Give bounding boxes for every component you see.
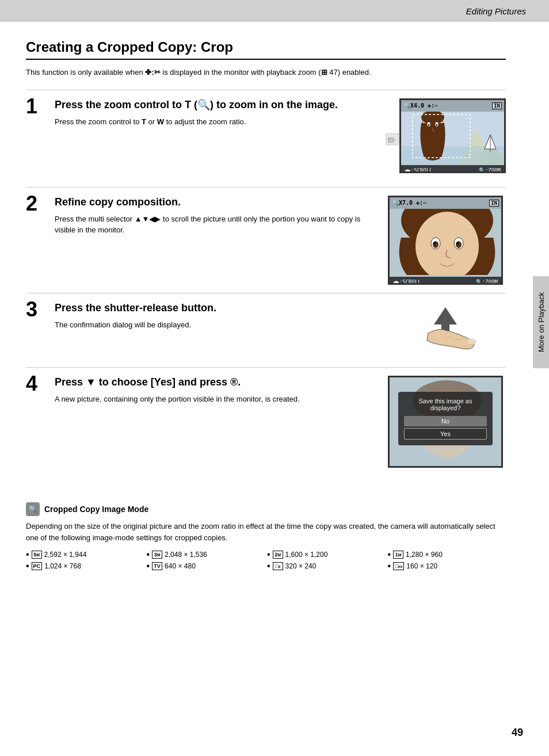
step-2-heading: Refine copy composition. [55,196,379,209]
side-tab: More on Playback [533,276,549,368]
bullet-1: • 5M 2,592 × 1,944 [26,550,144,559]
info-box-title: Cropped Copy Image Mode [44,505,148,514]
bullet-4: • 1M 1,280 × 960 [388,550,506,559]
step-2-content: Refine copy composition. Press the multi… [55,196,385,236]
dialog-yes-btn[interactable]: Yes [404,428,487,440]
svg-point-28 [456,241,462,248]
step-1-content: Press the zoom con­trol to T (🔍) to zoom… [55,98,385,128]
svg-point-20 [436,124,438,126]
lcd-screen-1: 🔍X4.0 ✤:✂ IN [399,98,506,173]
bullet-grid: • 5M 2,592 × 1,944 • 3M 2,048 × 1,536 • … [26,550,506,571]
intro-text: This function is only available when ✤:✂… [26,67,506,78]
svg-point-33 [467,339,476,345]
lcd-bottom-bar-2: ◀▶:SCROLL 🔍:ZOOM [390,277,501,285]
lcd-screen-2: 🔍X7.0 ✤:✂ IN [388,196,503,285]
bullet-5: • PC 1,024 × 768 [26,562,144,571]
side-tab-label: More on Playback [537,292,546,352]
step-3-content: Press the shutter-release button. The co… [55,301,385,331]
info-box-body: Depending on the size of the original pi… [26,521,506,545]
info-box: 🔍 Cropped Copy Image Mode Depending on t… [26,493,506,571]
step-4-heading: Press ▼ to choose [Yes] and press ®. [55,376,379,389]
bullet-7: • □s 320 × 240 [267,562,386,571]
info-icon: 🔍 [26,502,40,516]
step-1-heading: Press the zoom con­trol to T (🔍) to zoom… [55,98,379,112]
step-2-image: 🔍X7.0 ✤:✂ IN [385,196,506,285]
step-4: 4 Press ▼ to choose [Yes] and press ®. A… [26,367,506,476]
save-dialog: Save this image as displayed? No Yes [398,392,493,445]
page-title: Creating a Cropped Copy: Crop [26,39,506,60]
step-2: 2 Refine copy composition. Press the mul… [26,187,506,293]
lcd-bottom-bar-1: ◀▶:SCROLL 🔍:ZOOM [401,165,504,173]
svg-point-27 [433,241,439,248]
bullet-8: • □xs 160 × 120 [388,562,506,571]
svg-point-30 [456,242,459,245]
svg-point-29 [433,242,436,245]
dialog-no-btn[interactable]: No [404,416,487,426]
lcd-content-svg-2 [390,209,503,275]
step-4-content: Press ▼ to choose [Yes] and press ®. A n… [55,376,385,405]
steps-container: 1 Press the zoom con­trol to T (🔍) to zo… [26,90,506,476]
svg-marker-31 [434,307,457,324]
header-bar: Editing Pictures [0,0,549,22]
header-title: Editing Pictures [466,6,526,16]
lcd-top-bar-2: 🔍X7.0 ✤:✂ IN [390,197,501,209]
dialog-text: Save this image as displayed? [404,398,487,411]
lcd-top-bar-1: 🔍X4.0 ✤:✂ IN [401,100,504,112]
step-4-image: ✂ IN Save this image as displayed? [385,376,506,468]
step-3-heading: Press the shutter-release button. [55,301,379,315]
bullet-6: • TV 640 × 480 [147,562,265,571]
step-3-body: The confirmation dialog will be displaye… [55,319,379,331]
step-1-body: Press the zoom control to T or W to adju… [55,116,379,128]
page-number: 49 [512,727,523,739]
lcd-screen-4: ✂ IN Save this image as displayed? [388,376,503,468]
bullet-2: • 3M 2,048 × 1,536 [147,550,265,559]
step-1: 1 Press the zoom con­trol to T (🔍) to zo… [26,90,506,187]
step-4-body: A new picture, containing only the porti… [55,394,379,405]
step-4-number: 4 [26,373,55,394]
step-3: 3 Press the shutter-release button. The … [26,293,506,367]
step-1-number: 1 [26,96,55,117]
bullet-3: • 2M 1,600 × 1,200 [267,550,386,559]
shutter-svg [388,301,503,359]
step-2-body: Press the multi selector ▲▼◀▶ to scroll … [55,213,379,236]
step-1-image: T 🔍X4.0 ✤:✂ IN [385,98,506,179]
info-box-title-row: 🔍 Cropped Copy Image Mode [26,502,506,516]
step-3-image [385,301,506,359]
lcd-content-svg-1 [401,112,506,163]
svg-point-19 [428,124,430,126]
step-2-number: 2 [26,193,55,214]
svg-rect-7 [388,138,390,139]
main-content: Creating a Cropped Copy: Crop This funct… [0,22,549,588]
step-3-number: 3 [26,299,55,320]
